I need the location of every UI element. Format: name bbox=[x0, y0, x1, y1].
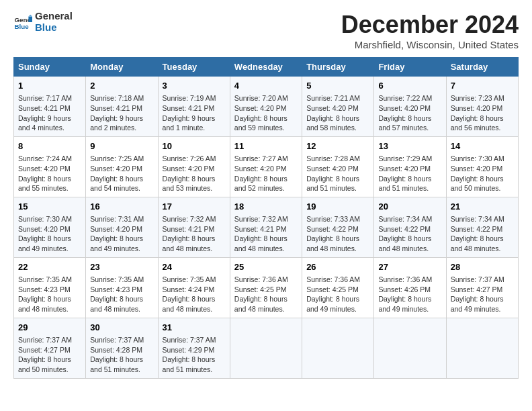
calendar-week-3: 15Sunrise: 7:30 AM Sunset: 4:20 PM Dayli… bbox=[14, 197, 519, 257]
logo-icon: General Blue bbox=[13, 13, 32, 32]
day-number: 21 bbox=[451, 201, 514, 213]
day-number: 8 bbox=[18, 140, 81, 152]
calendar-cell: 10Sunrise: 7:26 AM Sunset: 4:20 PM Dayli… bbox=[158, 136, 230, 197]
day-detail: Sunrise: 7:28 AM Sunset: 4:20 PM Dayligh… bbox=[306, 154, 369, 193]
day-detail: Sunrise: 7:19 AM Sunset: 4:21 PM Dayligh… bbox=[163, 93, 226, 133]
day-detail: Sunrise: 7:34 AM Sunset: 4:22 PM Dayligh… bbox=[378, 214, 441, 254]
logo: General Blue General Blue bbox=[13, 11, 73, 33]
weekday-header-tuesday: Tuesday bbox=[158, 58, 230, 77]
calendar-week-4: 22Sunrise: 7:35 AM Sunset: 4:23 PM Dayli… bbox=[14, 257, 519, 318]
calendar-body: 1Sunrise: 7:17 AM Sunset: 4:21 PM Daylig… bbox=[14, 77, 519, 379]
day-detail: Sunrise: 7:30 AM Sunset: 4:20 PM Dayligh… bbox=[18, 214, 81, 254]
calendar-cell: 31Sunrise: 7:37 AM Sunset: 4:29 PM Dayli… bbox=[158, 318, 230, 378]
svg-marker-2 bbox=[28, 16, 32, 21]
weekday-header-saturday: Saturday bbox=[446, 58, 518, 77]
weekday-header-thursday: Thursday bbox=[302, 58, 374, 77]
day-number: 11 bbox=[234, 140, 298, 152]
day-detail: Sunrise: 7:34 AM Sunset: 4:22 PM Dayligh… bbox=[451, 214, 514, 254]
day-detail: Sunrise: 7:35 AM Sunset: 4:23 PM Dayligh… bbox=[18, 275, 81, 314]
day-number: 12 bbox=[306, 140, 369, 152]
weekday-header-wednesday: Wednesday bbox=[230, 58, 302, 77]
day-detail: Sunrise: 7:23 AM Sunset: 4:20 PM Dayligh… bbox=[451, 93, 514, 133]
calendar-cell: 9Sunrise: 7:25 AM Sunset: 4:20 PM Daylig… bbox=[86, 136, 158, 197]
day-detail: Sunrise: 7:35 AM Sunset: 4:24 PM Dayligh… bbox=[163, 275, 226, 314]
calendar-cell bbox=[230, 318, 302, 378]
day-number: 19 bbox=[306, 201, 369, 213]
calendar-cell: 6Sunrise: 7:22 AM Sunset: 4:20 PM Daylig… bbox=[374, 77, 446, 137]
day-number: 5 bbox=[306, 80, 369, 92]
day-number: 29 bbox=[18, 322, 81, 334]
day-detail: Sunrise: 7:30 AM Sunset: 4:20 PM Dayligh… bbox=[451, 154, 514, 193]
day-number: 16 bbox=[90, 201, 153, 213]
day-number: 31 bbox=[163, 322, 226, 334]
day-number: 30 bbox=[90, 322, 153, 334]
calendar-cell: 11Sunrise: 7:27 AM Sunset: 4:20 PM Dayli… bbox=[230, 136, 302, 197]
calendar-cell: 2Sunrise: 7:18 AM Sunset: 4:21 PM Daylig… bbox=[86, 77, 158, 137]
day-detail: Sunrise: 7:24 AM Sunset: 4:20 PM Dayligh… bbox=[18, 154, 81, 193]
day-detail: Sunrise: 7:33 AM Sunset: 4:22 PM Dayligh… bbox=[306, 214, 369, 254]
logo-general-text: General bbox=[35, 11, 73, 22]
page-header: General Blue General Blue December 2024 … bbox=[13, 11, 519, 50]
day-number: 13 bbox=[378, 140, 441, 152]
day-number: 22 bbox=[18, 261, 81, 273]
day-detail: Sunrise: 7:35 AM Sunset: 4:23 PM Dayligh… bbox=[90, 275, 153, 314]
day-detail: Sunrise: 7:37 AM Sunset: 4:29 PM Dayligh… bbox=[163, 335, 226, 375]
calendar-subtitle: Marshfield, Wisconsin, United States bbox=[341, 39, 519, 50]
day-number: 23 bbox=[90, 261, 153, 273]
day-number: 26 bbox=[306, 261, 369, 273]
day-detail: Sunrise: 7:36 AM Sunset: 4:25 PM Dayligh… bbox=[306, 275, 369, 314]
calendar-cell: 30Sunrise: 7:37 AM Sunset: 4:28 PM Dayli… bbox=[86, 318, 158, 378]
weekday-header-row: SundayMondayTuesdayWednesdayThursdayFrid… bbox=[14, 58, 519, 77]
calendar-cell: 23Sunrise: 7:35 AM Sunset: 4:23 PM Dayli… bbox=[86, 257, 158, 318]
day-number: 24 bbox=[163, 261, 226, 273]
calendar-cell: 3Sunrise: 7:19 AM Sunset: 4:21 PM Daylig… bbox=[158, 77, 230, 137]
day-number: 15 bbox=[18, 201, 81, 213]
calendar-cell: 14Sunrise: 7:30 AM Sunset: 4:20 PM Dayli… bbox=[446, 136, 518, 197]
calendar-week-5: 29Sunrise: 7:37 AM Sunset: 4:27 PM Dayli… bbox=[14, 318, 519, 378]
day-detail: Sunrise: 7:37 AM Sunset: 4:27 PM Dayligh… bbox=[18, 335, 81, 375]
calendar-cell: 28Sunrise: 7:37 AM Sunset: 4:27 PM Dayli… bbox=[446, 257, 518, 318]
day-detail: Sunrise: 7:36 AM Sunset: 4:26 PM Dayligh… bbox=[378, 275, 441, 314]
calendar-cell: 8Sunrise: 7:24 AM Sunset: 4:20 PM Daylig… bbox=[14, 136, 86, 197]
day-detail: Sunrise: 7:37 AM Sunset: 4:27 PM Dayligh… bbox=[451, 275, 514, 314]
day-number: 7 bbox=[451, 80, 514, 92]
calendar-cell: 1Sunrise: 7:17 AM Sunset: 4:21 PM Daylig… bbox=[14, 77, 86, 137]
day-detail: Sunrise: 7:36 AM Sunset: 4:25 PM Dayligh… bbox=[234, 275, 298, 314]
calendar-cell: 24Sunrise: 7:35 AM Sunset: 4:24 PM Dayli… bbox=[158, 257, 230, 318]
day-detail: Sunrise: 7:20 AM Sunset: 4:20 PM Dayligh… bbox=[234, 93, 298, 133]
calendar-week-2: 8Sunrise: 7:24 AM Sunset: 4:20 PM Daylig… bbox=[14, 136, 519, 197]
day-number: 20 bbox=[378, 201, 441, 213]
day-detail: Sunrise: 7:22 AM Sunset: 4:20 PM Dayligh… bbox=[378, 93, 441, 133]
day-number: 25 bbox=[234, 261, 298, 273]
day-number: 17 bbox=[163, 201, 226, 213]
day-number: 4 bbox=[234, 80, 298, 92]
day-detail: Sunrise: 7:21 AM Sunset: 4:20 PM Dayligh… bbox=[306, 93, 369, 133]
calendar-title: December 2024 bbox=[341, 11, 519, 39]
calendar-cell: 13Sunrise: 7:29 AM Sunset: 4:20 PM Dayli… bbox=[374, 136, 446, 197]
day-number: 10 bbox=[163, 140, 226, 152]
day-detail: Sunrise: 7:25 AM Sunset: 4:20 PM Dayligh… bbox=[90, 154, 153, 193]
calendar-cell: 15Sunrise: 7:30 AM Sunset: 4:20 PM Dayli… bbox=[14, 197, 86, 257]
day-number: 27 bbox=[378, 261, 441, 273]
calendar-cell bbox=[302, 318, 374, 378]
calendar-cell: 22Sunrise: 7:35 AM Sunset: 4:23 PM Dayli… bbox=[14, 257, 86, 318]
calendar-cell: 16Sunrise: 7:31 AM Sunset: 4:20 PM Dayli… bbox=[86, 197, 158, 257]
calendar-cell bbox=[446, 318, 518, 378]
calendar-cell: 29Sunrise: 7:37 AM Sunset: 4:27 PM Dayli… bbox=[14, 318, 86, 378]
day-number: 1 bbox=[18, 80, 81, 92]
svg-marker-3 bbox=[28, 14, 32, 16]
calendar-cell: 7Sunrise: 7:23 AM Sunset: 4:20 PM Daylig… bbox=[446, 77, 518, 137]
calendar-cell: 12Sunrise: 7:28 AM Sunset: 4:20 PM Dayli… bbox=[302, 136, 374, 197]
day-detail: Sunrise: 7:17 AM Sunset: 4:21 PM Dayligh… bbox=[18, 93, 81, 133]
day-number: 9 bbox=[90, 140, 153, 152]
day-number: 18 bbox=[234, 201, 298, 213]
day-detail: Sunrise: 7:31 AM Sunset: 4:20 PM Dayligh… bbox=[90, 214, 153, 254]
day-detail: Sunrise: 7:29 AM Sunset: 4:20 PM Dayligh… bbox=[378, 154, 441, 193]
day-number: 28 bbox=[451, 261, 514, 273]
day-number: 6 bbox=[378, 80, 441, 92]
day-detail: Sunrise: 7:32 AM Sunset: 4:21 PM Dayligh… bbox=[163, 214, 226, 254]
weekday-header-friday: Friday bbox=[374, 58, 446, 77]
day-detail: Sunrise: 7:27 AM Sunset: 4:20 PM Dayligh… bbox=[234, 154, 298, 193]
calendar-cell: 20Sunrise: 7:34 AM Sunset: 4:22 PM Dayli… bbox=[374, 197, 446, 257]
calendar-cell: 4Sunrise: 7:20 AM Sunset: 4:20 PM Daylig… bbox=[230, 77, 302, 137]
